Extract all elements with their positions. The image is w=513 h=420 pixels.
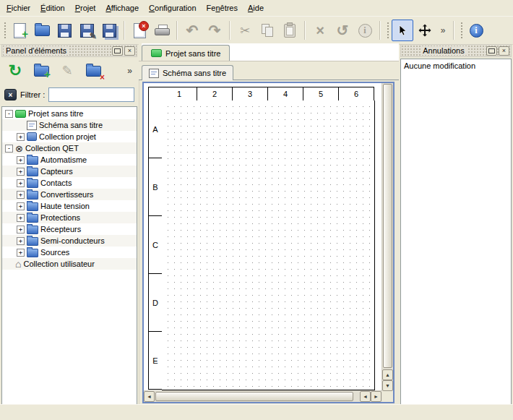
tree-item-convertisseurs[interactable]: + Convertisseurs [2,189,137,200]
schema-icon [149,69,159,78]
open-folder-icon [35,25,50,36]
paste-button[interactable] [279,20,301,41]
vertical-scrollbar-thumb[interactable] [383,84,392,368]
menu-fenetres[interactable]: Fenêtres [202,1,243,15]
tree-item-schema[interactable]: Schéma sans titre [2,119,137,131]
tree-item-protections[interactable]: + Protections [2,212,137,223]
menu-fichier[interactable]: Fichier [1,1,35,15]
expand-expander-icon[interactable]: + [17,249,25,257]
menu-affichage[interactable]: Affichage [100,1,144,15]
scroll-left-button-2[interactable]: ◄ [360,391,371,402]
horizontal-scrollbar[interactable]: ◄ ◄ ► [144,390,382,402]
print-button[interactable] [151,20,173,41]
expand-expander-icon[interactable]: + [17,226,25,233]
undo-history-list[interactable]: Aucune modification [400,59,512,405]
clear-filter-button[interactable]: × [4,89,17,100]
save-as-button[interactable]: ✎ [76,20,98,41]
copy-button[interactable] [256,20,278,41]
edit-element-button[interactable]: ✎ [56,60,79,82]
scroll-down-button[interactable]: ▼ [382,380,393,391]
about-button[interactable]: i [465,20,487,41]
expand-expander-icon[interactable]: + [17,168,25,176]
toolbar-handle[interactable] [460,21,463,40]
dotted-grid[interactable] [162,100,375,390]
tree-item-label: Automatisme [40,155,87,164]
new-element-folder-icon [34,66,49,77]
filter-input[interactable] [48,87,134,102]
scroll-left-button[interactable]: ◄ [144,391,155,402]
elements-panel-titlebar[interactable]: Panel d'éléments × [1,44,137,57]
close-button[interactable]: × [124,46,135,56]
expand-expander-icon[interactable]: + [17,214,25,222]
reload-collections-button[interactable]: ↻ [4,60,27,82]
float-button[interactable] [486,46,497,56]
save-all-button[interactable] [98,20,120,41]
column-header: 4 [268,87,303,101]
rotate-button[interactable]: ↺ [332,20,353,41]
tree-item-collection-qet[interactable]: - ⊗ Collection QET [2,142,137,154]
delete-button[interactable]: × [309,20,331,41]
save-button[interactable] [53,20,75,41]
menu-edition[interactable]: Édition [35,1,70,15]
tree-item-recepteurs[interactable]: + Récepteurs [2,223,137,235]
new-project-button[interactable]: + [9,20,30,41]
expand-expander-icon[interactable]: + [17,133,25,141]
cut-button[interactable]: ✂ [234,20,256,41]
vertical-scrollbar[interactable]: ▲ ▼ [381,83,393,391]
tree-item-collection-projet[interactable]: + Collection projet [2,131,137,142]
tree-item-collection-utilisateur[interactable]: ⌂ Collection utilisateur [2,258,137,270]
tree-item-automatisme[interactable]: + Automatisme [2,154,137,166]
menu-configuration[interactable]: Configuration [144,1,201,15]
tree-item-project[interactable]: - Projet sans titre [2,108,137,119]
main-toolbar: + ✎ × ↶ ↷ ✂ × ↺ i [0,17,513,45]
menu-aide[interactable]: Aide [243,1,269,15]
close-button[interactable]: × [499,46,509,56]
redo-button[interactable]: ↷ [204,20,225,41]
undo-list-empty-item: Aucune modification [404,61,508,70]
element-info-button[interactable]: i [354,20,376,41]
elements-tree: - Projet sans titre Schéma sans titre + … [1,106,137,405]
new-element-button[interactable]: + [30,60,53,82]
arrow-up-icon: ▲ [385,372,390,377]
expand-expander-icon[interactable]: + [17,156,25,164]
expand-expander-icon[interactable]: + [17,179,25,187]
elements-panel-dock: Panel d'éléments × ↻ + ✎ × » [0,43,139,405]
select-tool-button[interactable] [392,20,413,41]
toolbar-overflow-button[interactable]: » [436,20,449,41]
open-project-button[interactable] [31,20,53,41]
collapse-expander-icon[interactable]: - [5,110,13,118]
expand-expander-icon[interactable]: + [17,191,25,199]
float-button[interactable] [112,46,123,56]
column-header: 1 [162,87,197,101]
close-file-button[interactable]: × [129,20,150,41]
scroll-up-button[interactable]: ▲ [382,369,393,380]
toolbar-handle[interactable] [3,21,7,40]
redo-icon: ↷ [209,23,221,38]
panel-overflow-button[interactable]: » [127,60,135,82]
undo-panel-titlebar[interactable]: Annulations × [400,44,512,57]
tab-projet-sans-titre[interactable]: Projet sans titre [142,45,230,61]
tree-item-haute-tension[interactable]: + Haute tension [2,200,137,212]
folder-icon [27,226,38,234]
tree-item-semi-conducteurs[interactable]: + Semi-conducteurs [2,235,137,247]
collapse-expander-icon[interactable]: - [5,145,13,153]
tree-item-label: Collection projet [39,132,96,141]
folder-icon [27,191,38,200]
expand-expander-icon[interactable]: + [17,237,25,245]
tree-item-sources[interactable]: + Sources [2,247,137,258]
scroll-right-button[interactable]: ► [371,391,381,402]
horizontal-scrollbar-thumb[interactable] [155,392,353,401]
toolbar-handle[interactable] [386,21,389,40]
undo-button[interactable]: ↶ [181,20,203,41]
arrow-down-icon: ▼ [385,383,390,388]
menu-projet[interactable]: Projet [70,1,101,15]
tree-item-contacts[interactable]: + Contacts [2,177,137,189]
diagram-canvas[interactable]: 1 2 3 4 5 6 A B C D E [148,87,375,390]
delete-element-button[interactable]: × [82,60,105,82]
new-document-icon [14,23,26,38]
tab-schema-sans-titre[interactable]: Schéma sans titre [142,65,233,80]
tree-item-capteurs[interactable]: + Capteurs [2,166,137,177]
expand-expander-icon[interactable]: + [17,202,25,210]
tree-item-label: Sources [40,248,69,257]
move-tool-button[interactable] [414,20,436,41]
